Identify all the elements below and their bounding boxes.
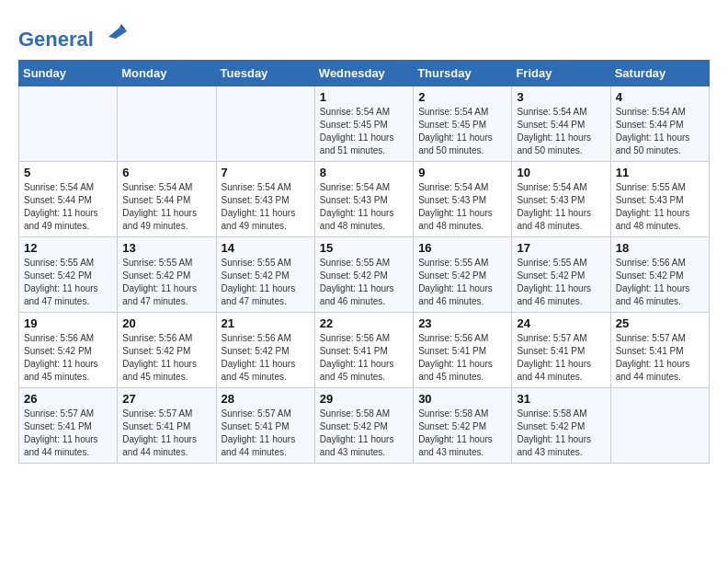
day-info: Sunrise: 5:55 AM Sunset: 5:42 PM Dayligh… — [418, 257, 506, 308]
day-info: Sunrise: 5:58 AM Sunset: 5:42 PM Dayligh… — [320, 408, 408, 459]
day-number: 22 — [320, 316, 408, 330]
calendar-day-cell: 26Sunrise: 5:57 AM Sunset: 5:41 PM Dayli… — [19, 388, 118, 464]
calendar-day-cell: 23Sunrise: 5:56 AM Sunset: 5:41 PM Dayli… — [414, 313, 512, 388]
day-number: 8 — [320, 166, 408, 179]
day-info: Sunrise: 5:54 AM Sunset: 5:43 PM Dayligh… — [320, 181, 408, 233]
logo: General — [18, 18, 129, 51]
day-info: Sunrise: 5:54 AM Sunset: 5:44 PM Dayligh… — [122, 181, 210, 233]
calendar-week-row: 5Sunrise: 5:54 AM Sunset: 5:44 PM Daylig… — [19, 162, 710, 237]
calendar-day-cell: 28Sunrise: 5:57 AM Sunset: 5:41 PM Dayli… — [216, 388, 314, 464]
day-info: Sunrise: 5:54 AM Sunset: 5:45 PM Dayligh… — [418, 106, 506, 157]
day-of-week-header: Tuesday — [216, 61, 314, 86]
day-info: Sunrise: 5:56 AM Sunset: 5:42 PM Dayligh… — [222, 332, 310, 384]
day-info: Sunrise: 5:57 AM Sunset: 5:41 PM Dayligh… — [517, 332, 605, 384]
day-info: Sunrise: 5:54 AM Sunset: 5:43 PM Dayligh… — [418, 181, 506, 233]
day-number: 7 — [222, 166, 310, 179]
day-number: 15 — [320, 241, 408, 255]
calendar-week-row: 19Sunrise: 5:56 AM Sunset: 5:42 PM Dayli… — [19, 313, 710, 388]
day-of-week-header: Sunday — [19, 61, 118, 86]
day-number: 3 — [517, 90, 605, 104]
day-number: 17 — [517, 241, 605, 255]
calendar-day-cell: 8Sunrise: 5:54 AM Sunset: 5:43 PM Daylig… — [314, 162, 413, 237]
calendar-day-cell — [610, 388, 709, 464]
day-info: Sunrise: 5:56 AM Sunset: 5:42 PM Dayligh… — [616, 257, 704, 308]
calendar-table: SundayMondayTuesdayWednesdayThursdayFrid… — [18, 60, 710, 464]
day-info: Sunrise: 5:58 AM Sunset: 5:42 PM Dayligh… — [418, 408, 506, 459]
day-number: 19 — [24, 316, 112, 330]
day-of-week-header: Monday — [118, 61, 216, 86]
day-info: Sunrise: 5:55 AM Sunset: 5:42 PM Dayligh… — [122, 257, 210, 308]
day-info: Sunrise: 5:54 AM Sunset: 5:44 PM Dayligh… — [24, 181, 112, 233]
day-info: Sunrise: 5:56 AM Sunset: 5:41 PM Dayligh… — [320, 332, 408, 384]
day-info: Sunrise: 5:54 AM Sunset: 5:44 PM Dayligh… — [517, 106, 605, 157]
day-info: Sunrise: 5:57 AM Sunset: 5:41 PM Dayligh… — [24, 408, 112, 459]
calendar-day-cell: 5Sunrise: 5:54 AM Sunset: 5:44 PM Daylig… — [19, 162, 118, 237]
calendar-week-row: 26Sunrise: 5:57 AM Sunset: 5:41 PM Dayli… — [19, 388, 710, 464]
day-info: Sunrise: 5:54 AM Sunset: 5:45 PM Dayligh… — [320, 106, 408, 157]
calendar-day-cell: 7Sunrise: 5:54 AM Sunset: 5:43 PM Daylig… — [216, 162, 314, 237]
day-info: Sunrise: 5:56 AM Sunset: 5:42 PM Dayligh… — [122, 332, 210, 384]
calendar-day-cell: 9Sunrise: 5:54 AM Sunset: 5:43 PM Daylig… — [414, 162, 512, 237]
calendar-week-row: 12Sunrise: 5:55 AM Sunset: 5:42 PM Dayli… — [19, 237, 710, 313]
day-info: Sunrise: 5:57 AM Sunset: 5:41 PM Dayligh… — [222, 408, 310, 459]
calendar-day-cell: 31Sunrise: 5:58 AM Sunset: 5:42 PM Dayli… — [512, 388, 610, 464]
day-info: Sunrise: 5:55 AM Sunset: 5:42 PM Dayligh… — [517, 257, 605, 308]
day-info: Sunrise: 5:55 AM Sunset: 5:42 PM Dayligh… — [24, 257, 112, 308]
day-number: 26 — [24, 392, 112, 406]
calendar-day-cell: 21Sunrise: 5:56 AM Sunset: 5:42 PM Dayli… — [216, 313, 314, 388]
calendar-day-cell: 12Sunrise: 5:55 AM Sunset: 5:42 PM Dayli… — [19, 237, 118, 313]
calendar-day-cell: 19Sunrise: 5:56 AM Sunset: 5:42 PM Dayli… — [19, 313, 118, 388]
day-number: 23 — [418, 316, 506, 330]
calendar-day-cell: 29Sunrise: 5:58 AM Sunset: 5:42 PM Dayli… — [314, 388, 413, 464]
day-number: 5 — [24, 166, 112, 179]
calendar-day-cell: 18Sunrise: 5:56 AM Sunset: 5:42 PM Dayli… — [610, 237, 709, 313]
calendar-day-cell: 1Sunrise: 5:54 AM Sunset: 5:45 PM Daylig… — [314, 86, 413, 162]
calendar-day-cell: 17Sunrise: 5:55 AM Sunset: 5:42 PM Dayli… — [512, 237, 610, 313]
day-number: 6 — [122, 166, 210, 179]
day-info: Sunrise: 5:57 AM Sunset: 5:41 PM Dayligh… — [616, 332, 704, 384]
calendar-day-cell: 2Sunrise: 5:54 AM Sunset: 5:45 PM Daylig… — [414, 86, 512, 162]
calendar-day-cell — [216, 86, 314, 162]
page-header: General — [18, 18, 710, 51]
day-info: Sunrise: 5:54 AM Sunset: 5:44 PM Dayligh… — [616, 106, 704, 157]
day-number: 24 — [517, 316, 605, 330]
day-number: 21 — [222, 316, 310, 330]
day-of-week-header: Friday — [512, 61, 610, 86]
day-info: Sunrise: 5:54 AM Sunset: 5:43 PM Dayligh… — [222, 181, 310, 233]
day-number: 2 — [418, 90, 506, 104]
day-of-week-header: Saturday — [610, 61, 709, 86]
calendar-day-cell: 11Sunrise: 5:55 AM Sunset: 5:43 PM Dayli… — [610, 162, 709, 237]
calendar-day-cell: 16Sunrise: 5:55 AM Sunset: 5:42 PM Dayli… — [414, 237, 512, 313]
calendar-header-row: SundayMondayTuesdayWednesdayThursdayFrid… — [19, 61, 710, 86]
logo-general: General — [18, 28, 94, 51]
calendar-day-cell — [118, 86, 216, 162]
logo-bird-icon — [101, 18, 129, 46]
day-number: 12 — [24, 241, 112, 255]
day-number: 1 — [320, 90, 408, 104]
calendar-day-cell: 22Sunrise: 5:56 AM Sunset: 5:41 PM Dayli… — [314, 313, 413, 388]
day-number: 27 — [122, 392, 210, 406]
calendar-day-cell: 25Sunrise: 5:57 AM Sunset: 5:41 PM Dayli… — [610, 313, 709, 388]
day-number: 14 — [222, 241, 310, 255]
calendar-day-cell: 14Sunrise: 5:55 AM Sunset: 5:42 PM Dayli… — [216, 237, 314, 313]
calendar-day-cell: 3Sunrise: 5:54 AM Sunset: 5:44 PM Daylig… — [512, 86, 610, 162]
calendar-week-row: 1Sunrise: 5:54 AM Sunset: 5:45 PM Daylig… — [19, 86, 710, 162]
day-number: 31 — [517, 392, 605, 406]
day-number: 18 — [616, 241, 704, 255]
calendar-day-cell: 13Sunrise: 5:55 AM Sunset: 5:42 PM Dayli… — [118, 237, 216, 313]
day-number: 11 — [616, 166, 704, 179]
day-info: Sunrise: 5:55 AM Sunset: 5:42 PM Dayligh… — [320, 257, 408, 308]
calendar-day-cell: 27Sunrise: 5:57 AM Sunset: 5:41 PM Dayli… — [118, 388, 216, 464]
day-number: 25 — [616, 316, 704, 330]
calendar-day-cell — [19, 86, 118, 162]
day-number: 9 — [418, 166, 506, 179]
calendar-day-cell: 10Sunrise: 5:54 AM Sunset: 5:43 PM Dayli… — [512, 162, 610, 237]
day-number: 10 — [517, 166, 605, 179]
calendar-day-cell: 4Sunrise: 5:54 AM Sunset: 5:44 PM Daylig… — [610, 86, 709, 162]
calendar-day-cell: 6Sunrise: 5:54 AM Sunset: 5:44 PM Daylig… — [118, 162, 216, 237]
day-info: Sunrise: 5:54 AM Sunset: 5:43 PM Dayligh… — [517, 181, 605, 233]
day-info: Sunrise: 5:57 AM Sunset: 5:41 PM Dayligh… — [122, 408, 210, 459]
day-number: 28 — [222, 392, 310, 406]
day-of-week-header: Thursday — [414, 61, 512, 86]
day-number: 30 — [418, 392, 506, 406]
